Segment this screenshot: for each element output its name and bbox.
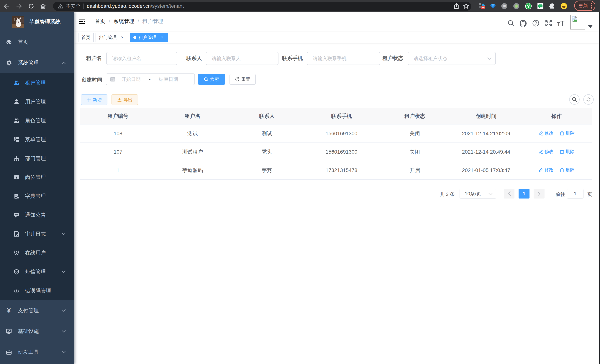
svg-text:10: 10 [482, 6, 484, 9]
svg-text:⌘: ⌘ [502, 4, 506, 8]
